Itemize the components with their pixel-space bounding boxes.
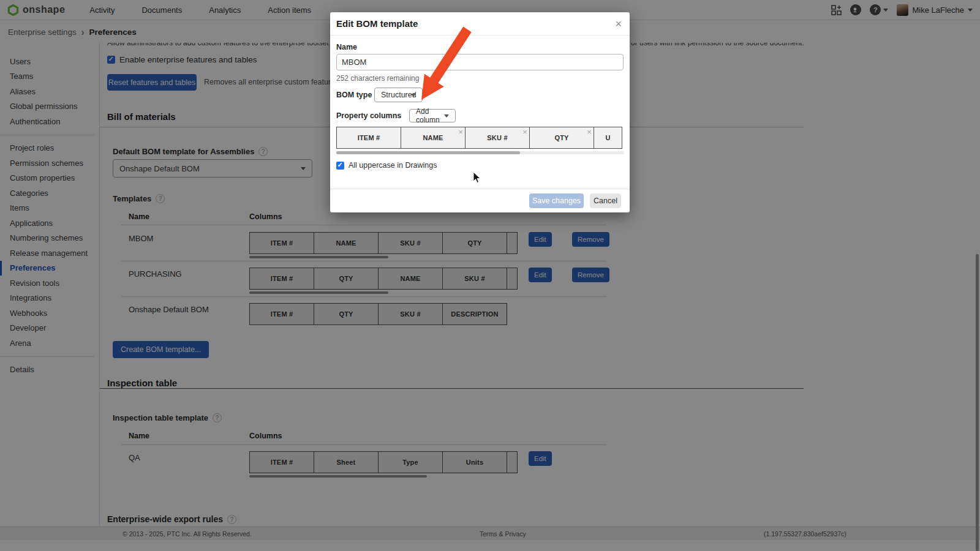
uppercase-label: All uppercase in Drawings xyxy=(349,161,437,170)
dialog-title: Edit BOM template xyxy=(336,18,418,29)
uppercase-checkbox[interactable] xyxy=(336,162,344,170)
add-column-select[interactable]: Add column xyxy=(409,109,456,122)
bom-column-chip: ITEM # xyxy=(336,127,401,149)
add-column-label: Add column xyxy=(416,107,442,124)
property-columns-label: Property columns xyxy=(336,111,401,120)
bom-column-chip: QTY × xyxy=(529,127,594,149)
bom-column-chip-clipped: U xyxy=(594,127,622,149)
cancel-button[interactable]: Cancel xyxy=(590,193,621,208)
uppercase-checkbox-row: All uppercase in Drawings xyxy=(336,161,437,170)
chevron-down-icon xyxy=(444,114,449,118)
save-changes-button[interactable]: Save changes xyxy=(529,193,584,208)
dialog-footer: Save changes Cancel xyxy=(330,189,630,212)
mouse-cursor xyxy=(473,171,481,184)
close-icon[interactable]: × xyxy=(613,18,624,29)
name-label: Name xyxy=(336,43,357,51)
columns-scrollbar[interactable] xyxy=(336,151,624,154)
bom-type-label: BOM type xyxy=(336,91,372,99)
bom-columns-strip: ITEM # NAME × SKU # × QTY × U xyxy=(336,127,624,149)
characters-remaining-text: 252 characters remaining xyxy=(336,74,419,83)
remove-column-icon[interactable]: × xyxy=(522,128,527,136)
remove-column-icon[interactable]: × xyxy=(587,128,592,136)
bom-column-chip: SKU # × xyxy=(465,127,530,149)
remove-column-icon[interactable]: × xyxy=(458,128,463,136)
bom-column-chip: NAME × xyxy=(401,127,466,149)
red-annotation-arrow xyxy=(409,23,483,106)
